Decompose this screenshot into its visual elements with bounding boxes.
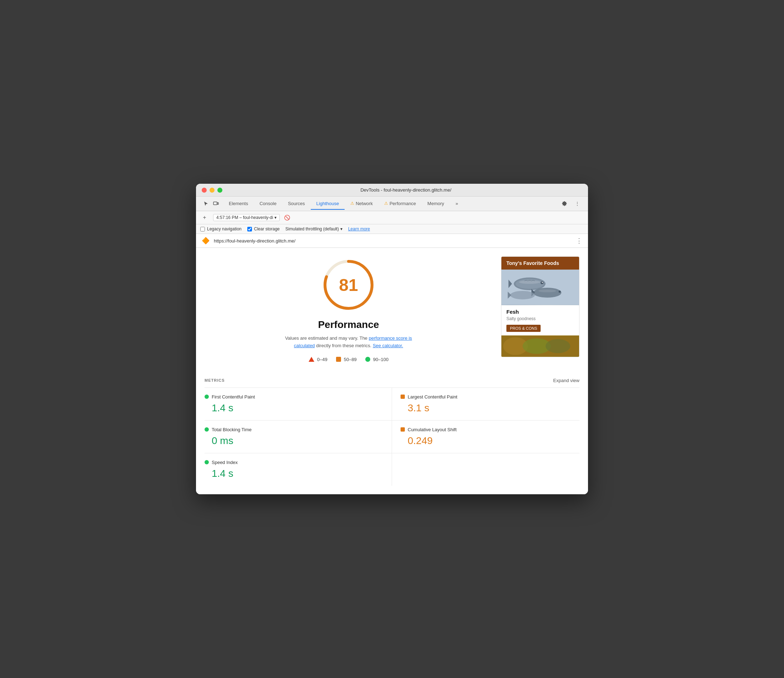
fcp-name: First Contentful Paint (212, 394, 255, 400)
url-bar: 🔶 https://foul-heavenly-direction.glitch… (196, 234, 588, 248)
fcp-value: 1.4 s (204, 403, 383, 414)
svg-point-12 (559, 291, 561, 293)
tab-performance[interactable]: ⚠ Performance (379, 198, 422, 210)
svg-rect-21 (501, 336, 579, 356)
calculator-link[interactable]: See calculator. (373, 343, 403, 348)
legend-orange: 50–89 (336, 357, 357, 362)
learn-more-link[interactable]: Learn more (348, 227, 370, 232)
tab-console[interactable]: Console (254, 198, 282, 210)
throttle-selector[interactable]: Simulated throttling (default) ▾ (285, 227, 343, 232)
tab-elements[interactable]: Elements (223, 198, 254, 210)
food-card-body: Fesh Salty goodness PROS & CONS (501, 305, 579, 336)
tab-network[interactable]: ⚠ Network (344, 198, 379, 210)
performance-warning-icon: ⚠ (384, 201, 388, 206)
food-card-header: Tony's Favorite Foods (501, 257, 579, 269)
si-value: 1.4 s (204, 468, 383, 479)
cls-name: Cumulative Layout Shift (408, 427, 457, 432)
lcp-value: 3.1 s (401, 403, 580, 414)
more-options-icon[interactable]: ⋮ (572, 199, 582, 209)
metric-lcp-header: Largest Contentful Paint (401, 394, 580, 400)
svg-point-13 (510, 291, 535, 300)
clear-storage-checkbox[interactable]: Clear storage (247, 227, 280, 232)
metrics-grid: First Contentful Paint 1.4 s Largest Con… (204, 388, 580, 486)
orange-square-icon (336, 357, 341, 362)
legacy-nav-checkbox[interactable]: Legacy navigation (200, 227, 242, 232)
red-triangle-icon (309, 357, 314, 362)
metrics-header: METRICS Expand view (204, 371, 580, 387)
left-panel: 81 Performance Values are estimated and … (204, 257, 501, 362)
svg-point-16 (538, 289, 556, 292)
devtools-tabs-bar: Elements Console Sources Lighthouse ⚠ Ne… (196, 197, 588, 211)
window-title: DevTools - foul-heavenly-direction.glitc… (229, 187, 582, 193)
food-card-bottom-image (501, 336, 579, 357)
metric-si-header: Speed Index (204, 460, 383, 465)
tab-more[interactable]: » (450, 198, 464, 210)
svg-point-9 (542, 282, 543, 283)
svg-rect-1 (217, 203, 218, 204)
lcp-status-icon (401, 395, 405, 399)
svg-point-10 (533, 288, 561, 298)
green-circle-icon (365, 357, 370, 362)
tbt-name: Total Blocking Time (212, 427, 252, 432)
metrics-title: METRICS (204, 378, 225, 383)
tabs-right-controls: ⋮ (560, 199, 585, 209)
tab-memory[interactable]: Memory (422, 198, 450, 210)
maximize-button[interactable] (217, 188, 222, 193)
minimize-button[interactable] (210, 188, 215, 193)
site-icon: 🔶 (202, 237, 210, 245)
metric-fcp-header: First Contentful Paint (204, 394, 383, 400)
si-status-icon (204, 460, 209, 464)
device-icon[interactable] (212, 199, 220, 208)
fish-image-svg (501, 269, 579, 305)
devtools-window: DevTools - foul-heavenly-direction.glitc… (196, 184, 588, 494)
tab-lighthouse[interactable]: Lighthouse (311, 198, 345, 210)
cursor-icon[interactable] (202, 199, 210, 208)
tbt-status-icon (204, 427, 209, 432)
no-entry-icon[interactable]: 🚫 (284, 215, 290, 221)
legacy-nav-input[interactable] (200, 227, 205, 232)
title-bar: DevTools - foul-heavenly-direction.glitc… (196, 184, 588, 197)
toolbar-bar: + 4:57:16 PM – foul-heavenly-di ▾ 🚫 (196, 211, 588, 224)
food-bottom-svg (501, 336, 579, 357)
svg-rect-0 (214, 202, 217, 205)
performance-title: Performance (318, 319, 379, 330)
legend-red: 0–49 (309, 357, 327, 362)
settings-icon[interactable] (560, 199, 569, 209)
url-text: https://foul-heavenly-direction.glitch.m… (214, 238, 572, 244)
clear-storage-input[interactable] (247, 227, 252, 232)
cls-status-icon (401, 427, 405, 432)
traffic-lights (202, 188, 222, 193)
metrics-section: METRICS Expand view First Contentful Pai… (196, 371, 588, 494)
metric-fcp: First Contentful Paint 1.4 s (204, 388, 392, 421)
tbt-value: 0 ms (204, 435, 383, 446)
food-card-image (501, 269, 579, 305)
metric-cls-header: Cumulative Layout Shift (401, 427, 580, 432)
performance-subtitle: Values are estimated and may vary. The p… (281, 335, 416, 350)
metric-tbt: Total Blocking Time 0 ms (204, 421, 392, 453)
metric-si: Speed Index 1.4 s (204, 453, 392, 486)
right-panel: Tony's Favorite Foods (501, 257, 580, 362)
pros-cons-button[interactable]: PROS & CONS (507, 325, 541, 332)
session-selector[interactable]: 4:57:16 PM – foul-heavenly-di ▾ (213, 214, 280, 221)
expand-view-button[interactable]: Expand view (553, 378, 580, 383)
food-card: Tony's Favorite Foods (501, 257, 580, 357)
close-button[interactable] (202, 188, 207, 193)
legend-row: 0–49 50–89 90–100 (309, 357, 388, 362)
add-icon[interactable]: + (200, 213, 209, 222)
score-number: 81 (339, 275, 358, 295)
metric-cls: Cumulative Layout Shift 0.249 (392, 421, 580, 453)
options-bar: Legacy navigation Clear storage Simulate… (196, 224, 588, 234)
score-circle-wrapper: 81 (320, 257, 377, 313)
food-name: Fesh (507, 309, 574, 315)
main-content: 81 Performance Values are estimated and … (196, 248, 588, 371)
food-description: Salty goodness (507, 316, 574, 321)
metric-lcp: Largest Contentful Paint 3.1 s (392, 388, 580, 421)
tab-sources[interactable]: Sources (282, 198, 311, 210)
tab-icons (199, 197, 223, 211)
fcp-status-icon (204, 395, 209, 399)
metric-tbt-header: Total Blocking Time (204, 427, 383, 432)
svg-point-15 (519, 280, 540, 284)
url-more-icon[interactable]: ⋮ (576, 237, 582, 245)
lcp-name: Largest Contentful Paint (408, 394, 457, 400)
network-warning-icon: ⚠ (350, 201, 354, 206)
